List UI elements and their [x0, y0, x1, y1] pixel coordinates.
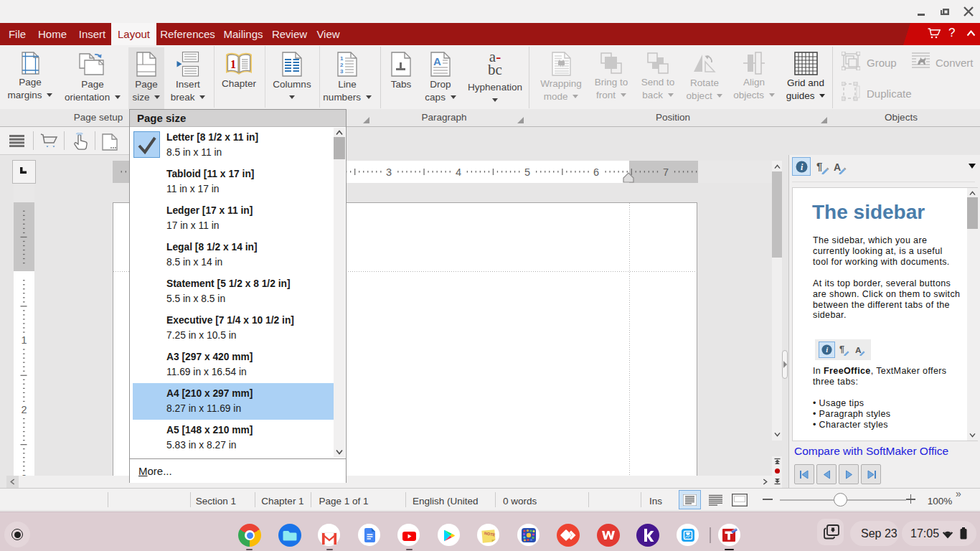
svg-text:2: 2	[340, 62, 344, 68]
svg-text:1: 1	[340, 55, 344, 62]
svg-text:1: 1	[230, 58, 236, 70]
svg-text:7: 7	[663, 166, 669, 178]
svg-text:¶: ¶	[839, 344, 844, 354]
svg-text:¶: ¶	[816, 161, 822, 172]
svg-text:A: A	[855, 345, 862, 354]
svg-text:A: A	[834, 161, 841, 173]
svg-text:3: 3	[340, 68, 344, 75]
svg-text:5: 5	[524, 166, 530, 178]
svg-text:A: A	[433, 55, 441, 67]
svg-text:6: 6	[593, 166, 599, 178]
svg-text:4: 4	[456, 166, 461, 178]
svg-text:1: 1	[21, 334, 27, 346]
svg-text:2: 2	[21, 404, 27, 415]
svg-text:i: i	[826, 346, 828, 354]
svg-text:3: 3	[386, 166, 392, 178]
